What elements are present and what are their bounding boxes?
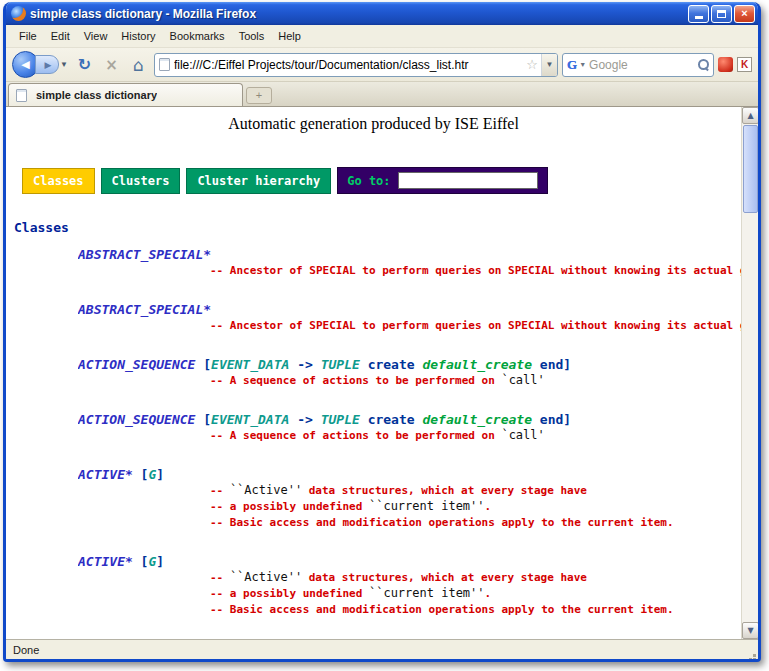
resize-grip[interactable]	[753, 654, 756, 657]
search-engine-dropdown-icon[interactable]: ▼	[579, 61, 586, 68]
code-text: ->	[289, 412, 320, 427]
class-declaration: ACTION_SEQUENCE [EVENT_DATA -> TUPLE cre…	[78, 357, 741, 372]
menu-bookmarks[interactable]: Bookmarks	[163, 27, 232, 45]
comment-text: -- Basic access and modification operati…	[210, 603, 674, 616]
nav-toolbar: ◀ ▶ ▼ ↻ × ⌂ file:///C:/Eiffel Projects/t…	[6, 48, 758, 82]
comment-text: data structures, which at every stage ha…	[302, 571, 587, 584]
code-text: [	[195, 357, 211, 372]
forward-button[interactable]: ▶	[35, 55, 59, 74]
close-button[interactable]: ×	[734, 5, 755, 23]
code-text	[532, 357, 540, 372]
menu-file[interactable]: File	[12, 27, 44, 45]
page-content: Automatic generation produced by ISE Eif…	[6, 107, 741, 639]
maximize-button[interactable]	[711, 5, 732, 23]
tab-label: simple class dictionary	[36, 89, 157, 101]
goto-box: Go to:	[337, 167, 547, 194]
keyword: create	[368, 357, 415, 372]
tab-page-icon	[16, 89, 27, 102]
google-icon: G	[567, 57, 577, 73]
class-comment-line: -- Basic access and modification operati…	[210, 602, 741, 617]
stop-button[interactable]: ×	[100, 53, 123, 76]
comment-code: `call'	[501, 428, 544, 442]
class-comment-line: -- a possibly undefined ``current item''…	[210, 586, 741, 601]
menu-help[interactable]: Help	[271, 27, 308, 45]
content-wrap: Automatic generation produced by ISE Eif…	[6, 107, 758, 639]
comment-text: -- a possibly undefined	[210, 587, 369, 600]
comment-text: -- a possibly undefined	[210, 500, 369, 513]
tab-simple-class-dictionary[interactable]: simple class dictionary	[8, 83, 243, 106]
page-button-classes[interactable]: Classes	[22, 168, 95, 194]
nav-button-row: ClassesClustersCluster hierarchy Go to:	[22, 167, 741, 194]
url-bar[interactable]: file:///C:/Eiffel Projects/tour/Document…	[154, 53, 558, 77]
page-button-clusters[interactable]: Clusters	[101, 168, 181, 194]
scroll-up-button[interactable]: ▲	[742, 107, 759, 124]
class-entry: ACTION_SEQUENCE [EVENT_DATA -> TUPLE cre…	[6, 357, 741, 388]
home-button[interactable]: ⌂	[127, 53, 150, 76]
class-entry: ABSTRACT_SPECIAL*-- Ancestor of SPECIAL …	[6, 247, 741, 278]
vertical-scrollbar[interactable]: ▲ ▼	[741, 107, 758, 639]
url-text: file:///C:/Eiffel Projects/tour/Document…	[174, 58, 523, 72]
keyword: end	[540, 412, 563, 427]
class-link[interactable]: ABSTRACT_SPECIAL*	[78, 247, 211, 262]
goto-input[interactable]	[398, 172, 538, 189]
code-text: ->	[289, 357, 320, 372]
code-text	[360, 412, 368, 427]
generic-link[interactable]: EVENT_DATA	[211, 412, 289, 427]
code-text: ]	[563, 357, 571, 372]
code-text: [	[133, 554, 149, 569]
menu-history[interactable]: History	[114, 27, 162, 45]
addon-icon-k[interactable]: K	[737, 57, 752, 72]
menu-bar: FileEditViewHistoryBookmarksToolsHelp	[6, 25, 758, 48]
class-declaration: ACTION_SEQUENCE [EVENT_DATA -> TUPLE cre…	[78, 412, 741, 427]
status-text: Done	[13, 644, 39, 656]
feature-link[interactable]: default_create	[422, 357, 532, 372]
comment-text: -- A sequence of actions to be performed…	[210, 374, 501, 387]
goto-label: Go to:	[347, 174, 390, 188]
menu-edit[interactable]: Edit	[44, 27, 77, 45]
keyword: end	[540, 357, 563, 372]
code-text: ]	[563, 412, 571, 427]
class-link[interactable]: ACTIVE*	[78, 554, 133, 569]
bookmark-star-icon[interactable]: ☆	[523, 57, 541, 72]
generic-link[interactable]: EVENT_DATA	[211, 357, 289, 372]
new-tab-stub[interactable]: +	[246, 87, 272, 104]
class-entry: ACTION_SEQUENCE [EVENT_DATA -> TUPLE cre…	[6, 412, 741, 443]
search-icon[interactable]	[698, 59, 709, 70]
menu-tools[interactable]: Tools	[232, 27, 272, 45]
comment-text: data structures, which at every stage ha…	[302, 484, 587, 497]
generic-link[interactable]: TUPLE	[321, 412, 360, 427]
search-input[interactable]: Google	[589, 58, 698, 72]
scrollbar-thumb[interactable]	[743, 125, 758, 213]
url-dropdown-button[interactable]: ▼	[541, 54, 557, 76]
title-bar[interactable]: simple class dictionary - Mozilla Firefo…	[6, 2, 758, 25]
class-entry: ABSTRACT_SPECIAL*-- Ancestor of SPECIAL …	[6, 302, 741, 333]
refresh-button[interactable]: ↻	[73, 53, 96, 76]
comment-text: --	[210, 571, 230, 584]
class-link[interactable]: ACTION_SEQUENCE	[78, 357, 195, 372]
generic-link[interactable]: TUPLE	[321, 357, 360, 372]
code-text: ]	[156, 554, 164, 569]
addon-icon-red[interactable]	[718, 57, 733, 72]
search-box[interactable]: G ▼ Google	[562, 53, 714, 77]
class-entry: ACTIVE* [G]-- ``Active'' data structures…	[6, 554, 741, 617]
class-entry: ACTIVE* [G]-- ``Active'' data structures…	[6, 467, 741, 530]
minimize-button[interactable]	[688, 5, 709, 23]
menu-view[interactable]: View	[77, 27, 115, 45]
comment-text: .	[485, 500, 492, 513]
comment-text: .	[485, 587, 492, 600]
comment-code: ``Active''	[230, 483, 302, 497]
history-dropdown-icon[interactable]: ▼	[59, 60, 69, 69]
code-text: [	[195, 412, 211, 427]
comment-text: --	[210, 484, 230, 497]
class-comment-line: -- Ancestor of SPECIAL to perform querie…	[210, 318, 741, 333]
scroll-down-button[interactable]: ▼	[742, 622, 759, 639]
class-link[interactable]: ACTION_SEQUENCE	[78, 412, 195, 427]
class-comment-line: -- A sequence of actions to be performed…	[210, 428, 741, 443]
class-comment-line: -- ``Active'' data structures, which at …	[210, 570, 741, 585]
class-link[interactable]: ABSTRACT_SPECIAL*	[78, 302, 211, 317]
class-link[interactable]: ACTIVE*	[78, 467, 133, 482]
page-button-cluster-hierarchy[interactable]: Cluster hierarchy	[186, 168, 331, 194]
firefox-window: simple class dictionary - Mozilla Firefo…	[3, 2, 761, 662]
feature-link[interactable]: default_create	[422, 412, 532, 427]
page-buttons: ClassesClustersCluster hierarchy	[22, 168, 337, 194]
